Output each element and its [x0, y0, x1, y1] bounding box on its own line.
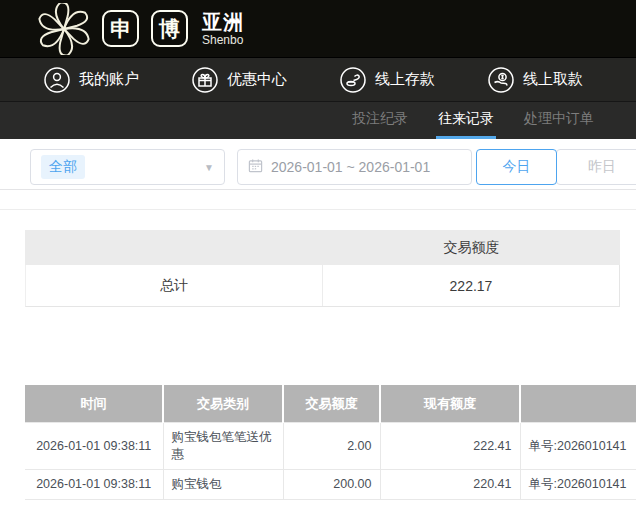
nav-item-label: 线上存款 [375, 70, 435, 89]
flower-logo-icon [36, 3, 92, 55]
tab-processing-orders[interactable]: 处理中订单 [522, 102, 596, 139]
summary-header-empty [25, 230, 323, 265]
main-nav: 我的账户 优惠中心 线上存款 [0, 57, 636, 101]
tab-label: 投注纪录 [352, 110, 408, 128]
cell-note: 单号:2026010141 [520, 423, 636, 470]
nav-item-deposit[interactable]: 线上存款 [340, 67, 488, 93]
cell-time: 2026-01-01 09:38:11 [25, 423, 163, 470]
withdraw-icon [488, 67, 514, 93]
top-logo-bar: 申 博 亚洲 Shenbo [0, 0, 636, 57]
gift-icon [192, 67, 218, 93]
cell-type: 购宝钱包 [163, 470, 283, 500]
summary-total-row: 总计 222.17 [25, 265, 620, 307]
summary-header-amount: 交易额度 [323, 230, 620, 265]
selected-type-chip[interactable]: 全部 [41, 155, 85, 179]
nav-item-promotions[interactable]: 优惠中心 [192, 67, 340, 93]
nav-item-my-account[interactable]: 我的账户 [44, 67, 192, 93]
yesterday-button[interactable]: 昨日 [556, 149, 636, 185]
cell-time: 2026-01-01 09:38:11 [25, 470, 163, 500]
summary-header-row: 交易额度 [25, 230, 620, 265]
tab-betting-records[interactable]: 投注纪录 [350, 102, 410, 139]
cell-amount: 2.00 [283, 423, 380, 470]
logo-char-bo: 博 [151, 10, 188, 47]
summary-total-label: 总计 [26, 265, 323, 306]
section-divider [0, 190, 636, 210]
nav-item-label: 优惠中心 [227, 70, 287, 89]
date-range-input[interactable]: 2026-01-01 ~ 2026-01-01 [237, 149, 472, 185]
header-type: 交易类别 [163, 385, 283, 423]
header-time: 时间 [25, 385, 163, 423]
table-header-row: 时间 交易类别 交易额度 现有额度 [25, 385, 636, 423]
transactions-table: 时间 交易类别 交易额度 现有额度 2026-01-01 09:38:11 购宝… [25, 385, 636, 500]
header-note [520, 385, 636, 423]
nav-item-withdraw[interactable]: 线上取款 [488, 67, 636, 93]
filter-toolbar: 全部 ▼ 2026-01-01 ~ 2026-01-01 今日 昨日 [0, 139, 636, 190]
tab-transaction-records[interactable]: 往来记录 [436, 102, 496, 139]
deposit-icon [340, 67, 366, 93]
tab-label: 处理中订单 [524, 110, 594, 128]
summary-table: 交易额度 总计 222.17 [25, 230, 620, 307]
today-button[interactable]: 今日 [476, 149, 557, 185]
cell-type: 购宝钱包笔笔送优惠 [163, 423, 283, 470]
table-row: 2026-01-01 09:38:11 购宝钱包笔笔送优惠 2.00 222.4… [25, 423, 636, 470]
user-icon [44, 67, 70, 93]
nav-item-label: 线上取款 [523, 70, 583, 89]
date-range-value: 2026-01-01 ~ 2026-01-01 [271, 159, 430, 175]
transaction-type-select[interactable]: 全部 ▼ [30, 149, 225, 185]
cell-amount: 200.00 [283, 470, 380, 500]
header-balance: 现有额度 [380, 385, 520, 423]
logo-char-shen: 申 [102, 10, 139, 47]
chevron-down-icon: ▼ [204, 162, 214, 173]
cell-balance: 222.41 [380, 423, 520, 470]
nav-item-label: 我的账户 [79, 70, 139, 89]
records-tabbar: 投注纪录 往来记录 处理中订单 [0, 101, 636, 139]
cell-note: 单号:2026010141 [520, 470, 636, 500]
brand-logo[interactable]: 申 博 亚洲 Shenbo [36, 3, 244, 55]
logo-region-text: 亚洲 [202, 12, 244, 32]
summary-total-value: 222.17 [323, 265, 619, 306]
header-amount: 交易额度 [283, 385, 380, 423]
calendar-icon [248, 158, 263, 176]
cell-balance: 220.41 [380, 470, 520, 500]
table-row: 2026-01-01 09:38:11 购宝钱包 200.00 220.41 单… [25, 470, 636, 500]
logo-subtitle: Shenbo [202, 34, 244, 46]
tab-label: 往来记录 [438, 110, 494, 128]
